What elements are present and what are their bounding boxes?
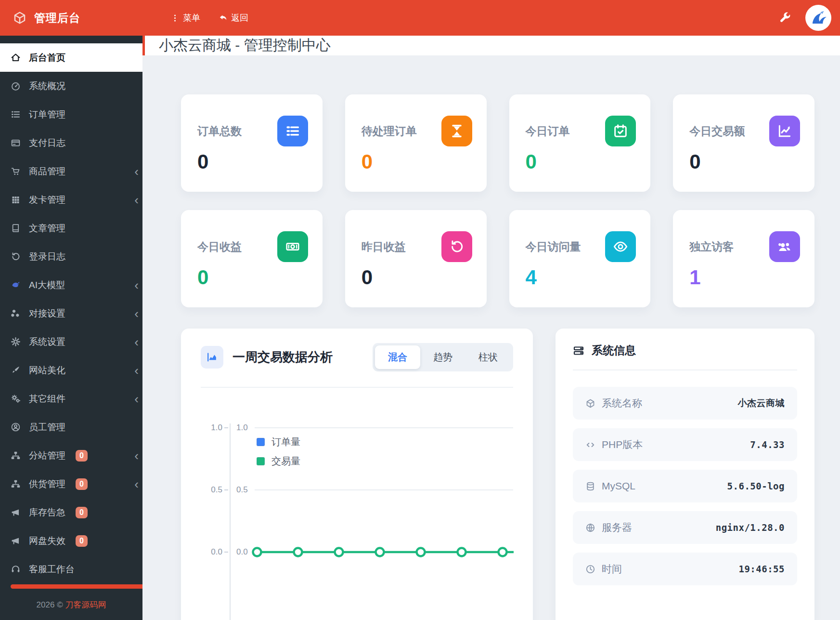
- stat-card-today-visits: 今日访问量 4: [509, 210, 651, 307]
- eye-icon: [605, 231, 636, 262]
- system-info-card: 系统信息 系统名称 小杰云商城 PHP版本 7.4.33 MySQL 5.6.5…: [556, 329, 814, 620]
- cube-logo-icon: [13, 11, 27, 25]
- sidebar-scrollbar[interactable]: [11, 584, 142, 589]
- grid-icon: [11, 195, 21, 205]
- stat-value: 0: [197, 266, 308, 289]
- sidebar-item-payment-log[interactable]: 支付日志: [0, 129, 142, 157]
- money-bill-icon: [277, 231, 308, 262]
- sidebar-item-staff[interactable]: 员工管理: [0, 413, 142, 441]
- ordered-list-icon: [277, 116, 308, 146]
- sidebar-item-substations[interactable]: 分站管理 0 ‹: [0, 441, 142, 470]
- info-row-mysql: MySQL 5.6.50-log: [573, 470, 797, 502]
- info-value: nginx/1.28.0: [716, 522, 785, 533]
- back-arrow-icon: [219, 13, 228, 23]
- code-icon: [585, 440, 595, 450]
- sidebar-item-articles[interactable]: 文章管理: [0, 214, 142, 242]
- chevron-left-icon: ‹: [134, 279, 140, 291]
- topbar-right: [777, 5, 840, 31]
- area-chart-icon: [201, 346, 223, 369]
- bottom-section: 一周交易数据分析 混合 趋势 柱状 1.0 0.5 0.0: [181, 329, 814, 620]
- cubes-icon: [11, 308, 21, 318]
- sidebar-item-site-beautify[interactable]: 网站美化 ‹: [0, 356, 142, 384]
- count-badge: 0: [76, 450, 88, 462]
- info-value: 19:46:55: [738, 564, 785, 574]
- book-icon: [11, 223, 21, 233]
- user-circle-icon: [11, 422, 21, 432]
- stat-card-today-orders: 今日订单 0: [509, 94, 651, 192]
- divider: [201, 387, 513, 388]
- sidebar-item-system-settings[interactable]: 系统设置 ‹: [0, 328, 142, 356]
- avatar[interactable]: [805, 5, 831, 31]
- content: 订单总数 0 待处理订单 0 今日订单: [142, 55, 840, 620]
- chevron-left-icon: ‹: [134, 307, 140, 320]
- stat-value: 4: [526, 266, 636, 289]
- stat-grid: 订单总数 0 待处理订单 0 今日订单: [181, 94, 814, 307]
- stat-value: 0: [362, 150, 472, 173]
- home-icon: [11, 53, 21, 63]
- hourglass-icon: [441, 116, 472, 146]
- stat-value: 0: [526, 150, 636, 173]
- bullhorn-icon: [11, 536, 21, 546]
- count-badge: 0: [76, 507, 88, 518]
- info-value: 小杰云商城: [738, 397, 785, 409]
- sidebar-item-suppliers[interactable]: 供货管理 0 ‹: [0, 470, 142, 498]
- brand: 管理后台: [0, 11, 142, 26]
- sidebar-item-support-workbench[interactable]: 客服工作台: [0, 555, 142, 583]
- avatar-logo-icon: [809, 8, 828, 27]
- weekly-chart-card: 一周交易数据分析 混合 趋势 柱状 1.0 0.5 0.0: [181, 329, 533, 620]
- tab-mixed[interactable]: 混合: [375, 345, 420, 369]
- sidebar-item-system-overview[interactable]: 系统概况: [0, 72, 142, 100]
- chart-tabs: 混合 趋势 柱状: [373, 343, 513, 371]
- count-badge: 0: [76, 478, 88, 490]
- sidebar-item-products[interactable]: 商品管理 ‹: [0, 157, 142, 185]
- stat-card-pending-orders: 待处理订单 0: [345, 94, 487, 192]
- sidebar-item-integration[interactable]: 对接设置 ‹: [0, 299, 142, 328]
- main-area: 小杰云商城 - 管理控制中心 订单总数 0 待处理订单 0: [142, 36, 840, 620]
- sidebar-item-low-stock[interactable]: 库存告急 0: [0, 498, 142, 527]
- info-row-server: 服务器 nginx/1.28.0: [573, 511, 797, 544]
- info-value: 7.4.33: [750, 439, 785, 450]
- menu-button[interactable]: 菜单: [170, 12, 200, 24]
- sidebar-item-other-components[interactable]: 其它组件 ‹: [0, 384, 142, 413]
- stat-card-today-earnings: 今日收益 0: [181, 210, 323, 307]
- gear-icon: [11, 337, 21, 347]
- sidebar-item-home[interactable]: 后台首页: [0, 43, 142, 72]
- calendar-check-icon: [605, 116, 636, 146]
- sidebar-item-login-log[interactable]: 登录日志: [0, 242, 142, 271]
- chart-plot: 1.0 0.5 0.0 1.0 0.5 0.0: [201, 396, 513, 620]
- chevron-left-icon: ‹: [134, 364, 140, 377]
- headset-icon: [11, 564, 21, 574]
- sidebar-item-dead-links[interactable]: 网盘失效 0: [0, 527, 142, 555]
- credit-card-icon: [11, 138, 21, 148]
- sidebar-footer: 2026 © 刀客源码网: [0, 599, 142, 610]
- tab-bar[interactable]: 柱状: [465, 345, 511, 369]
- sidebar-item-orders[interactable]: 订单管理: [0, 100, 142, 129]
- wrench-icon[interactable]: [777, 11, 792, 25]
- page-title: 小杰云商城 - 管理控制中心: [159, 36, 331, 55]
- top-nav: 菜单 返回: [142, 12, 248, 24]
- chevron-left-icon: ‹: [134, 478, 140, 490]
- whale-icon: [11, 280, 21, 290]
- system-info-header: 系统信息: [573, 343, 797, 358]
- tab-trend[interactable]: 趋势: [420, 345, 465, 369]
- chart-line-icon: [769, 116, 800, 146]
- back-button[interactable]: 返回: [219, 12, 248, 24]
- gears-icon: [11, 394, 21, 404]
- chevron-left-icon: ‹: [134, 449, 140, 462]
- stat-card-total-orders: 订单总数 0: [181, 94, 323, 192]
- cube-icon: [585, 398, 595, 409]
- chevron-left-icon: ‹: [134, 194, 140, 206]
- sidebar-item-card-issuing[interactable]: 发卡管理 ‹: [0, 185, 142, 214]
- footer-link[interactable]: 刀客源码网: [65, 600, 106, 609]
- list-icon: [11, 109, 21, 119]
- sidebar: 后台首页 系统概况 订单管理 支付日志 商品管理 ‹ 发卡管理 ‹ 文章管理: [0, 36, 142, 620]
- stat-value: 0: [689, 150, 800, 173]
- clock-icon: [585, 564, 595, 574]
- brand-title: 管理后台: [34, 11, 80, 26]
- chevron-left-icon: ‹: [134, 165, 140, 178]
- database-icon: [585, 481, 595, 491]
- sidebar-item-ai-model[interactable]: AI大模型 ‹: [0, 271, 142, 299]
- history-icon: [441, 231, 472, 262]
- count-badge: 0: [76, 535, 88, 547]
- sitemap-icon: [11, 479, 21, 489]
